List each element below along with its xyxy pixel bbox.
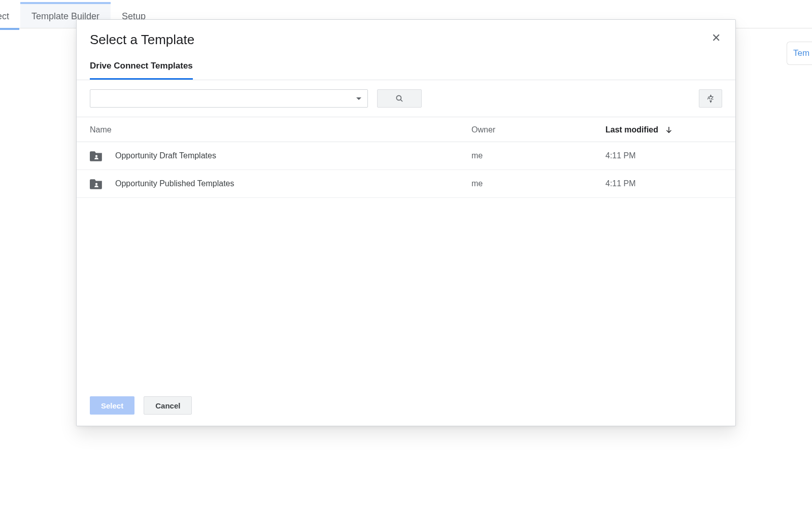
table-header: Name Owner Last modified [77,117,735,142]
inner-tabs: Drive Connect Templates [90,61,722,80]
row-owner-cell: me [471,151,605,160]
column-header-modified[interactable]: Last modified [605,125,722,134]
row-owner-cell: me [471,179,605,188]
svg-point-3 [95,155,97,157]
filter-dropdown[interactable] [90,89,368,108]
search-button[interactable] [377,89,422,108]
search-icon [395,94,404,103]
modal-title-row: Select a Template ✕ [90,32,722,48]
table-row[interactable]: Opportunity Published Templates me 4:11 … [77,170,735,198]
row-name-text: Opportunity Published Templates [115,179,234,188]
filter-bar: ▴ AZ ▾ [77,80,735,117]
row-modified-cell: 4:11 PM [605,151,722,160]
shared-folder-icon [90,150,103,161]
svg-point-4 [95,183,97,185]
table-body: Opportunity Draft Templates me 4:11 PM O… [77,142,735,385]
inner-tab-drive-connect[interactable]: Drive Connect Templates [90,61,193,80]
sort-down-icon: ▾ [709,100,712,103]
modal-title: Select a Template [90,32,194,48]
svg-line-1 [400,99,402,101]
caret-down-icon [356,97,361,100]
shared-folder-icon [90,178,103,189]
column-header-owner[interactable]: Owner [471,125,605,134]
modal-header: Select a Template ✕ Drive Connect Templa… [77,20,735,80]
sort-az-button[interactable]: ▴ AZ ▾ [699,89,722,108]
close-button[interactable]: ✕ [710,32,722,44]
column-header-name[interactable]: Name [90,125,471,134]
row-modified-cell: 4:11 PM [605,179,722,188]
select-button[interactable]: Select [90,396,134,415]
cancel-button[interactable]: Cancel [144,396,192,415]
row-name-cell: Opportunity Draft Templates [90,150,471,161]
svg-point-0 [396,95,401,100]
arrow-down-icon [664,125,673,134]
modal-footer: Select Cancel [77,385,735,426]
table-row[interactable]: Opportunity Draft Templates me 4:11 PM [77,142,735,170]
modal-overlay: Select a Template ✕ Drive Connect Templa… [0,0,812,512]
column-header-modified-label: Last modified [605,125,658,134]
close-icon: ✕ [712,31,721,44]
row-name-cell: Opportunity Published Templates [90,178,471,189]
modal: Select a Template ✕ Drive Connect Templa… [76,19,736,426]
row-name-text: Opportunity Draft Templates [115,151,216,160]
